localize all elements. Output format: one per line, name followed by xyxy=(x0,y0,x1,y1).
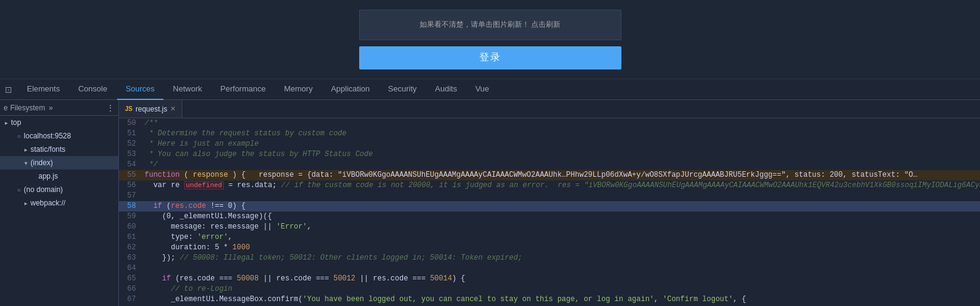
code-content-56: var re undefined = res.data; // if the c… xyxy=(142,180,980,191)
code-line-65: 65 if (res.code === 50008 || res.code ==… xyxy=(119,274,980,284)
file-tabs-row: JS request.js ✕ xyxy=(119,100,980,118)
line-number-53: 53 xyxy=(119,149,142,160)
caret-icon: ▸ xyxy=(5,119,8,126)
folder-caret-icon: ▸ xyxy=(24,146,27,153)
tab-security[interactable]: Security xyxy=(379,79,425,100)
code-67-str2: 'Confirm logout' xyxy=(663,295,733,304)
code-60-msg: message: res.message || xyxy=(145,222,276,231)
tab-vue[interactable]: Vue xyxy=(467,79,498,100)
code-58-neq: !== 0) { xyxy=(206,202,246,210)
code-line-55: 55 function ( response ) { response = {d… xyxy=(119,170,980,180)
code-line-66: 66 // to re-Login xyxy=(119,284,980,294)
sidebar-item-webpack[interactable]: ▸ webpack:// xyxy=(0,196,118,210)
code-line-64: 64 xyxy=(119,263,980,274)
sidebar-top-label: top xyxy=(11,118,21,127)
line-number-56: 56 xyxy=(119,180,142,191)
tab-application[interactable]: Application xyxy=(323,79,379,100)
code-60-str: 'Error' xyxy=(276,222,307,231)
sidebar-more-icon[interactable]: » xyxy=(49,104,53,112)
sidebar-header: e Filesystem » ⋮ xyxy=(0,100,118,116)
sidebar-index-label: (index) xyxy=(30,158,53,167)
line-number-62: 62 xyxy=(119,243,142,253)
file-tab-icon: JS xyxy=(125,105,132,112)
code-65-or1: || res.code === xyxy=(259,274,333,283)
line-number-51: 51 xyxy=(119,129,142,139)
code-65-if: if (res.code === xyxy=(145,274,237,283)
sidebar: e Filesystem » ⋮ ▸ top ○ localhost:9528 … xyxy=(0,100,119,306)
undefined-tooltip: undefined xyxy=(184,181,224,190)
code-65-or2: || res.code === xyxy=(356,274,430,283)
code-67-end: , { xyxy=(733,295,746,304)
file-tab-requestjs[interactable]: JS request.js ✕ xyxy=(119,100,182,118)
sidebar-static-fonts-label: static/fonts xyxy=(30,145,65,154)
captcha-area[interactable]: 如果看不清楚，请单击图片刷新！ 点击刷新 xyxy=(359,10,621,40)
code-line-67: 67 _elementUi.MessageBox.confirm('You ha… xyxy=(119,294,980,305)
code-content-63: }); // 50008: Illegal token; 50012: Othe… xyxy=(142,253,980,263)
code-65-end: ) { xyxy=(452,274,465,283)
sidebar-item-localhost[interactable]: ○ localhost:9528 xyxy=(0,129,118,143)
code-63-comment: // 50008: Illegal token; 50012: Other cl… xyxy=(180,254,523,262)
code-55-param: response xyxy=(193,171,228,179)
domain2-icon: ○ xyxy=(17,187,21,193)
code-content-58: if (res.code !== 0) { xyxy=(142,201,980,212)
code-content-52: * Here is just an example xyxy=(142,139,980,149)
code-content-67: _elementUi.MessageBox.confirm('You have … xyxy=(142,294,980,305)
code-content-64 xyxy=(142,263,980,274)
devtools-tabs-bar: ⊡ Elements Console Sources Network Perfo… xyxy=(0,79,980,100)
code-56-rest: = res.data; // if the custom code is not… xyxy=(228,181,980,190)
close-tab-icon[interactable]: ✕ xyxy=(170,105,176,113)
line-number-66: 66 xyxy=(119,284,142,294)
tab-performance[interactable]: Performance xyxy=(212,79,274,100)
sidebar-item-top[interactable]: ▸ top xyxy=(0,116,118,129)
sidebar-menu-icon[interactable]: ⋮ xyxy=(106,103,115,113)
line-number-58: 58 xyxy=(119,201,142,212)
code-content-57 xyxy=(142,191,980,201)
code-editor[interactable]: 50 /** 51 * Determine the request status… xyxy=(119,118,980,306)
captcha-text: 如果看不清楚，请单击图片刷新！ 点击刷新 xyxy=(420,20,560,30)
line-number-50: 50 xyxy=(119,118,142,129)
devtools-icon[interactable]: ⊡ xyxy=(2,84,15,96)
code-line-50: 50 /** xyxy=(119,118,980,129)
folder-open-caret-icon: ▾ xyxy=(24,160,27,166)
code-61-comma: , xyxy=(228,233,232,241)
code-58-rescode: res.code xyxy=(171,202,206,210)
code-line-51: 51 * Determine the request status by cus… xyxy=(119,129,980,139)
code-line-60: 60 message: res.message || 'Error', xyxy=(119,222,980,232)
code-line-56: 56 var re undefined = res.data; // if th… xyxy=(119,180,980,191)
code-content-65: if (res.code === 50008 || res.code === 5… xyxy=(142,274,980,284)
devtools-wrapper: ⊡ Elements Console Sources Network Perfo… xyxy=(0,79,980,306)
sidebar-label-e: e xyxy=(4,104,8,112)
sidebar-webpack-label: webpack:// xyxy=(30,199,65,207)
code-65-n2: 50012 xyxy=(334,274,356,283)
code-67-str1: 'You have been logged out, you can cance… xyxy=(302,295,654,304)
sidebar-item-appjs[interactable]: app.js xyxy=(0,169,118,183)
code-65-n1: 50008 xyxy=(237,274,259,283)
line-number-63: 63 xyxy=(119,253,142,263)
code-content-51: * Determine the request status by custom… xyxy=(142,129,980,139)
code-55-brace: ) { xyxy=(232,171,254,179)
line-number-61: 61 xyxy=(119,232,142,243)
sidebar-label-filesystem: Filesystem xyxy=(10,104,45,112)
tab-sources[interactable]: Sources xyxy=(117,79,163,100)
code-67-call: _elementUi.MessageBox.confirm( xyxy=(145,295,302,304)
sidebar-item-nodomain[interactable]: ○ (no domain) xyxy=(0,183,118,196)
line-number-60: 60 xyxy=(119,222,142,232)
login-button[interactable]: 登录 xyxy=(359,46,621,69)
line-number-52: 52 xyxy=(119,139,142,149)
tab-network[interactable]: Network xyxy=(165,79,211,100)
code-line-54: 54 */ xyxy=(119,160,980,170)
sidebar-item-index[interactable]: ▾ (index) xyxy=(0,156,118,169)
code-55-paren: ( xyxy=(184,171,188,179)
sidebar-nodomain-label: (no domain) xyxy=(24,185,63,194)
code-line-52: 52 * Here is just an example xyxy=(119,139,980,149)
domain-icon: ○ xyxy=(17,133,21,140)
line-number-54: 54 xyxy=(119,160,142,170)
code-63-close: }); xyxy=(145,254,180,262)
tab-elements[interactable]: Elements xyxy=(18,79,68,100)
tab-memory[interactable]: Memory xyxy=(276,79,321,100)
tab-audits[interactable]: Audits xyxy=(426,79,465,100)
sidebar-item-static-fonts[interactable]: ▸ static/fonts xyxy=(0,143,118,156)
tab-console[interactable]: Console xyxy=(70,79,116,100)
code-content-62: duration: 5 * 1000 xyxy=(142,243,980,253)
code-56-var: var re xyxy=(145,181,180,190)
